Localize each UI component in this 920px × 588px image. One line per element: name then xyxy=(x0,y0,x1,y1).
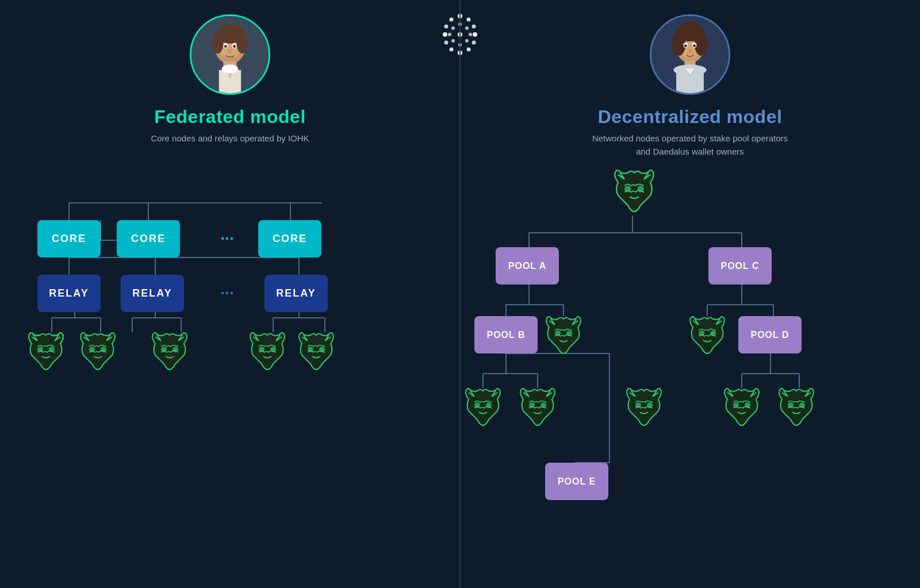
federated-diagram: CORE CORE ··· CORE RELAY RELAY ··· RELAY xyxy=(0,145,460,589)
relay-node-1: RELAY xyxy=(37,275,101,312)
main-container: Federated model Core nodes and relays op… xyxy=(0,0,920,588)
mid-bull-icon-1 xyxy=(540,316,586,356)
wallet-icon-5 xyxy=(293,332,339,372)
right-panel: Decentralized model Networked nodes oper… xyxy=(460,0,920,588)
bottom-bull-2 xyxy=(515,388,561,428)
core-node-2: CORE xyxy=(117,220,180,258)
bottom-bull-3 xyxy=(621,388,667,428)
top-bull-icon xyxy=(608,170,660,216)
right-portrait xyxy=(650,14,730,95)
svg-point-84 xyxy=(688,49,692,53)
bottom-bull-4 xyxy=(719,388,765,428)
svg-point-31 xyxy=(228,49,232,53)
svg-point-79 xyxy=(679,22,701,37)
core-node-1: CORE xyxy=(37,220,101,258)
core-dots: ··· xyxy=(204,220,250,258)
svg-point-83 xyxy=(693,44,696,47)
pool-a: POOL A xyxy=(496,247,559,285)
decentralized-title: Decentralized model xyxy=(598,106,783,128)
wallet-icon-4 xyxy=(244,332,290,372)
relay-node-2: RELAY xyxy=(121,275,184,312)
decentralized-subtitle: Networked nodes operated by stake pool o… xyxy=(592,132,788,158)
svg-point-82 xyxy=(684,44,687,47)
wallet-icon-1 xyxy=(23,332,69,372)
federated-lines xyxy=(0,145,460,589)
federated-subtitle: Core nodes and relays operated by IOHK xyxy=(151,132,309,145)
core-node-3: CORE xyxy=(258,220,321,258)
svg-point-26 xyxy=(236,32,247,53)
mid-bull-icon-2 xyxy=(684,316,730,356)
svg-point-25 xyxy=(212,32,223,53)
left-portrait xyxy=(190,14,270,95)
bottom-bull-1 xyxy=(460,388,506,428)
svg-point-30 xyxy=(233,45,236,48)
bottom-bull-5 xyxy=(773,388,819,428)
wallet-icon-2 xyxy=(75,332,121,372)
pool-d: POOL D xyxy=(738,316,802,353)
decentralized-diagram: POOL A POOL C xyxy=(460,158,920,588)
svg-point-34 xyxy=(222,64,239,73)
relay-dots: ··· xyxy=(204,275,250,312)
decentralized-lines xyxy=(460,158,920,588)
pool-e: POOL E xyxy=(545,463,608,500)
wallet-icon-3 xyxy=(147,332,193,372)
relay-node-3: RELAY xyxy=(264,275,328,312)
svg-point-29 xyxy=(224,45,227,48)
pool-c: POOL C xyxy=(708,247,772,285)
pool-b: POOL B xyxy=(474,316,538,353)
left-panel: Federated model Core nodes and relays op… xyxy=(0,0,460,588)
federated-title: Federated model xyxy=(154,106,306,128)
